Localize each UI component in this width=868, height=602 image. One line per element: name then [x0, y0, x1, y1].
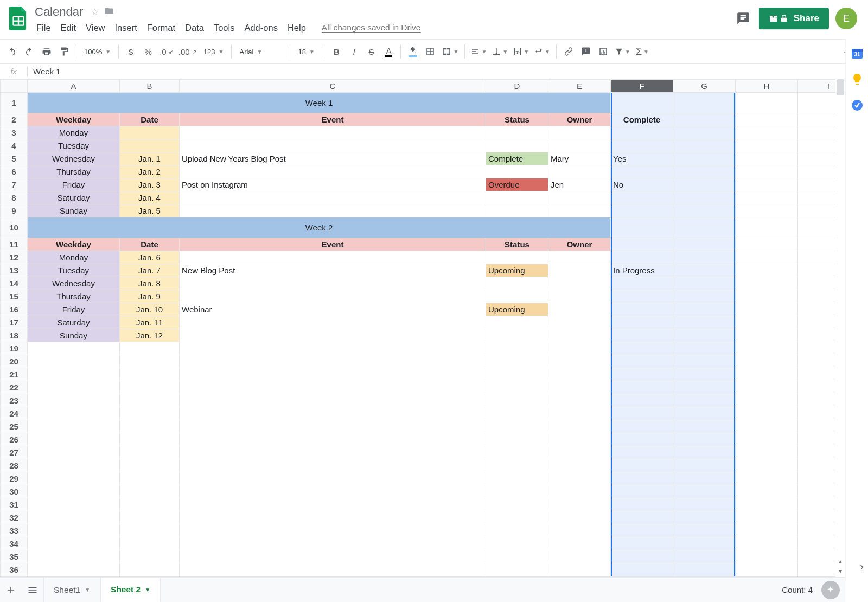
cell-E23[interactable] — [548, 394, 611, 407]
cell-F12[interactable] — [611, 251, 673, 264]
cell-D8[interactable] — [486, 191, 548, 204]
cell-H13[interactable] — [736, 264, 798, 277]
cell-D6[interactable] — [486, 165, 548, 178]
cell-B27[interactable] — [120, 446, 180, 459]
cell-H32[interactable] — [736, 511, 798, 524]
cell-D5[interactable]: Complete — [486, 152, 548, 165]
calendar-addon-icon[interactable]: 31 — [851, 47, 864, 60]
cell-B25[interactable] — [120, 420, 180, 433]
cell-A4[interactable]: Tuesday — [28, 139, 120, 152]
cell-H12[interactable] — [736, 251, 798, 264]
keep-addon-icon[interactable] — [851, 73, 864, 86]
cell-A36[interactable] — [28, 563, 120, 577]
col-header-B[interactable]: B — [120, 80, 180, 93]
cell-G35[interactable] — [673, 550, 736, 563]
cell-F24[interactable] — [611, 407, 673, 420]
row-header-35[interactable]: 35 — [1, 550, 28, 563]
cell-D7[interactable]: Overdue — [486, 178, 548, 191]
menu-add-ons[interactable]: Add-ons — [239, 21, 282, 35]
cell-H4[interactable] — [736, 139, 798, 152]
strikethrough-icon[interactable]: S — [363, 43, 379, 60]
cell-A29[interactable] — [28, 472, 120, 485]
cell-E24[interactable] — [548, 407, 611, 420]
cell-H8[interactable] — [736, 191, 798, 204]
cell-H24[interactable] — [736, 407, 798, 420]
cell-H5[interactable] — [736, 152, 798, 165]
cell-A30[interactable] — [28, 485, 120, 498]
cell-A33[interactable] — [28, 524, 120, 537]
cell-F7[interactable]: No — [611, 178, 673, 191]
cell-G30[interactable] — [673, 485, 736, 498]
cell-E33[interactable] — [548, 524, 611, 537]
row-header-7[interactable]: 7 — [1, 178, 28, 191]
cell-D20[interactable] — [486, 355, 548, 368]
bold-icon[interactable]: B — [328, 43, 344, 60]
row-header-34[interactable]: 34 — [1, 537, 28, 550]
cell-D9[interactable] — [486, 204, 548, 217]
cell-D12[interactable] — [486, 251, 548, 264]
row-header-31[interactable]: 31 — [1, 498, 28, 511]
cell-E32[interactable] — [548, 511, 611, 524]
cell-D3[interactable] — [486, 126, 548, 139]
filter-icon[interactable]: ▼ — [612, 43, 633, 60]
cell-F1[interactable] — [611, 93, 673, 113]
cell-H27[interactable] — [736, 446, 798, 459]
cell-C14[interactable] — [180, 277, 486, 290]
cell-E11[interactable]: Owner — [548, 238, 611, 251]
cell-C15[interactable] — [180, 290, 486, 303]
cell-A5[interactable]: Wednesday — [28, 152, 120, 165]
row-header-28[interactable]: 28 — [1, 459, 28, 472]
cell-B18[interactable]: Jan. 12 — [120, 329, 180, 342]
cell-F13[interactable]: In Progress — [611, 264, 673, 277]
cell-E9[interactable] — [548, 204, 611, 217]
cell-D30[interactable] — [486, 485, 548, 498]
cell-C34[interactable] — [180, 537, 486, 550]
cell-G8[interactable] — [673, 191, 736, 204]
row-header-6[interactable]: 6 — [1, 165, 28, 178]
cell-A10[interactable]: Week 2 — [28, 217, 611, 238]
cell-B33[interactable] — [120, 524, 180, 537]
cell-A25[interactable] — [28, 420, 120, 433]
cell-H26[interactable] — [736, 433, 798, 446]
sheet-tab-sheet2[interactable]: Sheet 2 ▼ — [100, 578, 161, 603]
row-header-25[interactable]: 25 — [1, 420, 28, 433]
cell-A18[interactable]: Sunday — [28, 329, 120, 342]
row-header-3[interactable]: 3 — [1, 126, 28, 139]
row-header-23[interactable]: 23 — [1, 394, 28, 407]
cell-C22[interactable] — [180, 381, 486, 394]
select-all-corner[interactable] — [1, 80, 28, 93]
redo-icon[interactable] — [21, 43, 37, 60]
cell-A23[interactable] — [28, 394, 120, 407]
cell-H16[interactable] — [736, 303, 798, 316]
cell-E5[interactable]: Mary — [548, 152, 611, 165]
formula-input[interactable]: Week 1 — [33, 67, 868, 76]
cell-E4[interactable] — [548, 139, 611, 152]
row-header-17[interactable]: 17 — [1, 316, 28, 329]
cell-F27[interactable] — [611, 446, 673, 459]
cell-E35[interactable] — [548, 550, 611, 563]
menu-format[interactable]: Format — [142, 21, 180, 35]
cell-B19[interactable] — [120, 342, 180, 355]
cell-A19[interactable] — [28, 342, 120, 355]
cell-C31[interactable] — [180, 498, 486, 511]
cell-D35[interactable] — [486, 550, 548, 563]
vertical-scrollbar[interactable]: ▴ ▾ — [835, 79, 845, 578]
cell-F36[interactable] — [611, 563, 673, 577]
cell-F25[interactable] — [611, 420, 673, 433]
cell-A11[interactable]: Weekday — [28, 238, 120, 251]
cell-H28[interactable] — [736, 459, 798, 472]
cell-D31[interactable] — [486, 498, 548, 511]
cell-C3[interactable] — [180, 126, 486, 139]
cell-C33[interactable] — [180, 524, 486, 537]
cell-E8[interactable] — [548, 191, 611, 204]
cell-E2[interactable]: Owner — [548, 113, 611, 126]
cell-B15[interactable]: Jan. 9 — [120, 290, 180, 303]
cell-B7[interactable]: Jan. 3 — [120, 178, 180, 191]
cell-C7[interactable]: Post on Instagram — [180, 178, 486, 191]
cell-B8[interactable]: Jan. 4 — [120, 191, 180, 204]
cell-D21[interactable] — [486, 368, 548, 381]
cell-A14[interactable]: Wednesday — [28, 277, 120, 290]
cell-B30[interactable] — [120, 485, 180, 498]
cell-H19[interactable] — [736, 342, 798, 355]
col-header-G[interactable]: G — [673, 80, 736, 93]
